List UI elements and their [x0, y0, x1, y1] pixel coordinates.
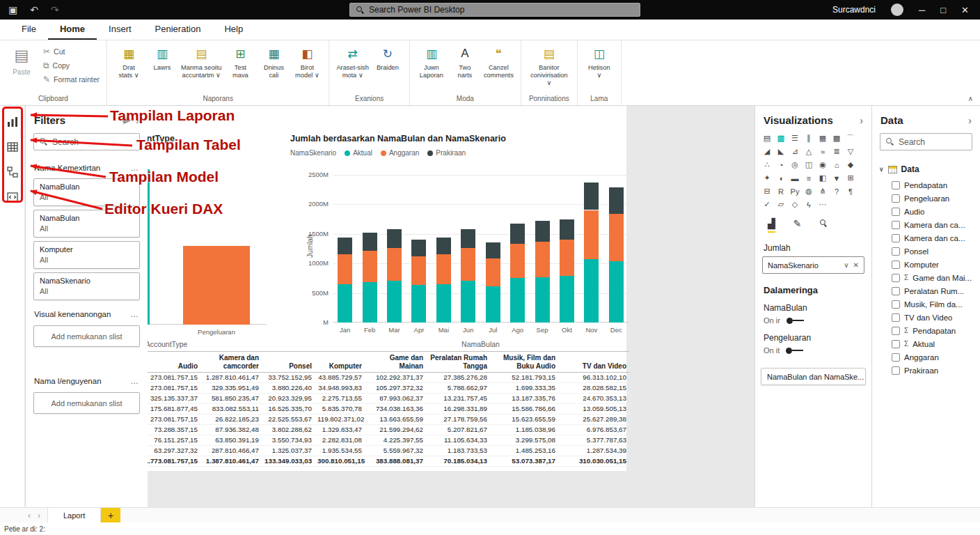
line-chart-icon[interactable]: ⌒: [846, 133, 855, 144]
ribbon-button-hetison[interactable]: ◫Hetison ∨: [583, 44, 615, 79]
filter-card-namaskenario[interactable]: NamaSkenarioAll: [33, 272, 140, 300]
field-dropdown[interactable]: NamaSkenario ∨ ✕: [762, 256, 864, 274]
data-field-aktual[interactable]: ΣAktual: [872, 337, 980, 350]
stack-jan-prakiraan[interactable]: [338, 238, 352, 255]
collapse-filters-icon[interactable]: ›: [136, 115, 139, 126]
drill-field-well[interactable]: NamaBulan dan NamaSke...: [761, 368, 866, 385]
decomposition-tree-icon[interactable]: ⋔: [818, 186, 828, 196]
stack-ago-aktual[interactable]: [510, 278, 525, 323]
stack-nov-anggaran[interactable]: [584, 210, 599, 260]
qna-icon[interactable]: ?: [832, 186, 841, 196]
scatter-chart-icon[interactable]: ∴: [762, 160, 772, 170]
stack-mai-prakiraan[interactable]: [436, 238, 451, 255]
ribbon-button-paste[interactable]: ▤Paste: [6, 44, 38, 77]
ribbon-chart-icon[interactable]: ≈: [818, 146, 828, 157]
ribbon-button-format-rainter[interactable]: ✎Format rainter: [43, 75, 100, 84]
power-automate-icon[interactable]: ϟ: [804, 199, 814, 210]
field-checkbox[interactable]: [892, 300, 900, 309]
stack-mai-aktual[interactable]: [436, 284, 451, 323]
table-view-button[interactable]: [0, 134, 25, 160]
line-and-stacked-column-chart-icon[interactable]: ⊿: [790, 146, 800, 157]
stack-mar-aktual[interactable]: [387, 281, 402, 323]
more-options-icon[interactable]: …: [131, 377, 140, 385]
map-icon[interactable]: ◉: [818, 160, 828, 170]
ribbon-button-copy[interactable]: ⧉Copy: [43, 61, 100, 70]
menu-help[interactable]: Help: [212, 20, 255, 40]
ribbon-button-banitor-conivirisation[interactable]: ▤Banitor conivirisation ∨: [527, 44, 571, 87]
collapse-data-icon[interactable]: ›: [968, 115, 972, 126]
stack-apr-prakiraan[interactable]: [411, 240, 426, 256]
waterfall-chart-icon[interactable]: ≣: [832, 146, 841, 157]
global-search-input[interactable]: Search Power BI Desktop: [349, 3, 640, 17]
undo-icon[interactable]: ↶: [30, 4, 38, 15]
report-view-button[interactable]: [0, 109, 25, 134]
ribbon-button-manma-seoitu-accuntartm[interactable]: ▤Manma seoitu accuntartm ∨: [180, 44, 223, 79]
ribbon-button-birot-model[interactable]: ◧Birot model ∨: [291, 44, 323, 79]
stack-dec-aktual[interactable]: [609, 261, 624, 323]
ribbon-button-juwn-laporan[interactable]: ▥Juwn Laporan: [416, 44, 448, 79]
stack-mai-anggaran[interactable]: [436, 254, 451, 284]
field-checkbox[interactable]: [892, 181, 900, 189]
minimize-icon[interactable]: ─: [919, 5, 925, 15]
maximize-icon[interactable]: □: [940, 5, 946, 15]
ribbon-button-araset-sish-mota[interactable]: ⇄Araset-sish mota ∨: [335, 44, 370, 79]
add-visual-filter-target[interactable]: Add nemukanan slist: [33, 325, 140, 347]
field-checkbox[interactable]: [892, 261, 900, 269]
page-tab-laport[interactable]: Laport: [47, 508, 101, 522]
100-stacked-column-chart-icon[interactable]: ▩: [832, 133, 841, 144]
data-search-input[interactable]: Search: [880, 133, 972, 150]
avatar[interactable]: [891, 3, 903, 16]
eraser-icon[interactable]: [122, 116, 131, 124]
field-checkbox[interactable]: [892, 247, 900, 256]
stack-mar-anggaran[interactable]: [387, 248, 402, 281]
save-icon[interactable]: ▣: [8, 4, 17, 15]
stack-feb-aktual[interactable]: [363, 282, 377, 323]
100-stacked-bar-chart-icon[interactable]: ▦: [818, 133, 828, 144]
stack-jun-aktual[interactable]: [461, 281, 475, 323]
stack-jun-anggaran[interactable]: [461, 248, 475, 281]
menu-penieration[interactable]: Penieration: [143, 20, 213, 40]
metrics-icon[interactable]: ✓: [762, 199, 772, 210]
filter-card-komputer[interactable]: KomputerAll: [33, 241, 140, 269]
donut-chart-icon[interactable]: ◎: [790, 160, 800, 170]
multi-row-card-icon[interactable]: ≡: [804, 173, 814, 183]
stack-jan-aktual[interactable]: [338, 284, 352, 323]
field-checkbox[interactable]: [892, 327, 900, 335]
kpi-icon[interactable]: ◧: [818, 173, 828, 183]
pie-chart-icon[interactable]: ◔: [776, 160, 786, 170]
data-field-tv-dan-video[interactable]: TV dan Video: [872, 311, 980, 324]
python-visual-icon[interactable]: Py: [790, 186, 800, 196]
stack-sep-aktual[interactable]: [535, 277, 550, 323]
stack-nov-aktual[interactable]: [584, 259, 599, 323]
signed-in-user[interactable]: Surcawdnci: [832, 5, 876, 15]
ribbon-button-canzel-comments[interactable]: ❝Canzel comments: [482, 44, 515, 79]
ribbon-button-drat-stats[interactable]: ▦Drat stats ∨: [113, 44, 145, 79]
stacked-area-chart-icon[interactable]: ◣: [776, 146, 786, 157]
close-icon[interactable]: ✕: [961, 5, 969, 15]
add-page-button[interactable]: +: [101, 508, 120, 522]
chevron-down-icon[interactable]: ∨: [879, 166, 884, 173]
field-checkbox[interactable]: [892, 194, 900, 203]
menu-home[interactable]: Home: [48, 20, 97, 40]
model-view-button[interactable]: [0, 160, 25, 185]
data-field-musik-film-da[interactable]: Musik, Film da...: [872, 297, 980, 311]
add-page-filter-target[interactable]: Add nemukanan slist: [33, 392, 140, 414]
data-field-kamera-dan-ca[interactable]: Kamera dan ca...: [872, 231, 980, 245]
card-icon[interactable]: ▬: [790, 173, 800, 183]
stack-apr-aktual[interactable]: [411, 285, 426, 323]
stack-feb-anggaran[interactable]: [363, 251, 377, 282]
more-options-icon[interactable]: …: [131, 310, 140, 318]
legend-item[interactable]: Aktual: [345, 149, 372, 157]
area-chart-icon[interactable]: ◢: [762, 146, 772, 157]
stack-jan-anggaran[interactable]: [338, 254, 352, 284]
r-script-icon[interactable]: R: [776, 186, 786, 196]
clustered-column-chart-icon[interactable]: ∥: [804, 133, 814, 144]
stack-mar-prakiraan[interactable]: [387, 229, 402, 248]
field-checkbox[interactable]: [892, 366, 900, 375]
field-checkbox[interactable]: [892, 208, 900, 216]
ribbon-button-cut[interactable]: ✂Cut: [43, 47, 100, 56]
stack-nov-prakiraan[interactable]: [584, 183, 599, 210]
smart-narrative-icon[interactable]: ¶: [846, 186, 855, 196]
stack-jul-prakiraan[interactable]: [486, 242, 500, 258]
data-field-game-dan-mai[interactable]: ΣGame dan Mai...: [872, 271, 980, 284]
